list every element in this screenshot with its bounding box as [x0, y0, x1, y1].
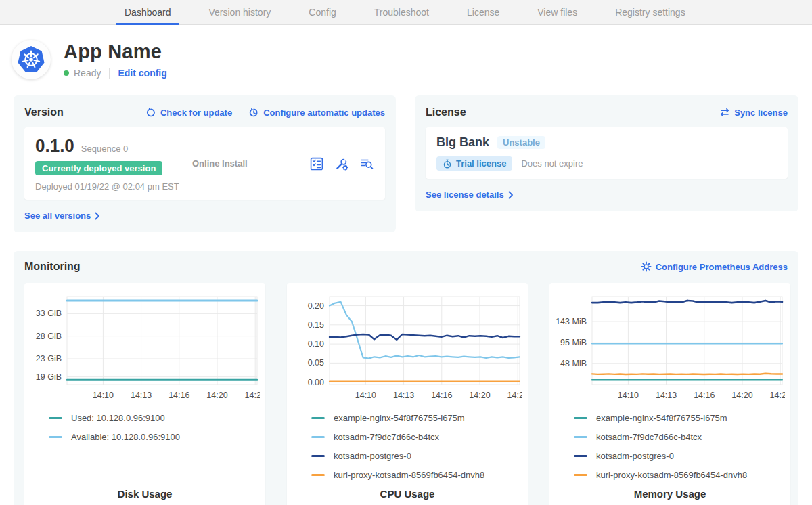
- see-license-details-link[interactable]: See license details: [426, 190, 514, 200]
- chevron-right-icon: [95, 212, 100, 220]
- refresh-icon: [145, 107, 156, 118]
- tab-registry-settings[interactable]: Registry settings: [607, 0, 693, 24]
- chart-card-disk-usage: 14:1014:1314:1614:2014:2319 GiB23 GiB28 …: [24, 283, 265, 505]
- divider: [109, 68, 110, 79]
- svg-text:14:16: 14:16: [431, 391, 452, 400]
- install-type-label: Online Install: [192, 158, 248, 169]
- license-card: License Sync license Big Bank Unstable: [415, 95, 798, 211]
- view-logs-button[interactable]: [359, 156, 374, 171]
- legend-item: kurl-proxy-kotsadm-8569fb6454-dnvh8: [574, 468, 785, 481]
- version-sequence: Sequence 0: [81, 144, 128, 154]
- legend-item: kotsadm-7f9dc7d66c-b4tcx: [574, 431, 785, 443]
- trial-license-badge: Trial license: [436, 156, 512, 171]
- monitoring-section: Monitoring Configure Prometheu: [14, 251, 798, 505]
- troubleshoot-button[interactable]: [334, 156, 349, 171]
- legend-label: kotsadm-postgres-0: [596, 451, 674, 461]
- logs-search-icon: [359, 156, 374, 171]
- legend-item: kotsadm-postgres-0: [311, 449, 522, 462]
- legend-label: example-nginx-54f8f76755-l675m: [334, 413, 465, 423]
- legend-label: example-nginx-54f8f76755-l675m: [596, 413, 727, 423]
- clock-refresh-icon: [248, 107, 259, 118]
- page-title: App Name: [64, 41, 167, 63]
- deployed-badge: Currently deployed version: [35, 161, 162, 175]
- chart-title: CPU Usage: [292, 488, 522, 502]
- legend-swatch: [574, 455, 587, 457]
- legend-label: kotsadm-7f9dc7d66c-b4tcx: [596, 432, 702, 442]
- svg-text:14:16: 14:16: [694, 391, 715, 400]
- legend-swatch: [574, 417, 587, 419]
- version-card-title: Version: [24, 106, 64, 118]
- svg-text:0.20: 0.20: [308, 301, 324, 311]
- nav-tabs: DashboardVersion historyConfigTroublesho…: [116, 0, 715, 24]
- configure-automatic-updates-link[interactable]: Configure automatic updates: [248, 107, 385, 118]
- tab-view-files[interactable]: View files: [529, 0, 585, 24]
- legend-label: kotsadm-postgres-0: [334, 451, 411, 461]
- chart-plot: 14:1014:1314:1614:2014:2319 GiB23 GiB28 …: [30, 290, 260, 406]
- license-expiry: Does not expire: [521, 158, 583, 169]
- svg-text:14:23: 14:23: [770, 391, 785, 400]
- legend-label: Used: 10.128.0.96:9100: [71, 413, 165, 423]
- configure-prometheus-link[interactable]: Configure Prometheus Address: [641, 261, 788, 272]
- chart-title: Memory Usage: [555, 488, 785, 502]
- legend-label: kurl-proxy-kotsadm-8569fb6454-dnvh8: [334, 470, 484, 480]
- svg-text:14:23: 14:23: [245, 391, 260, 400]
- license-assignee: Big Bank: [436, 135, 489, 150]
- svg-text:14:20: 14:20: [731, 391, 752, 400]
- svg-text:95 MiB: 95 MiB: [560, 338, 587, 347]
- svg-text:23 GiB: 23 GiB: [36, 354, 62, 364]
- legend-swatch: [574, 436, 587, 438]
- check-for-update-link[interactable]: Check for update: [145, 107, 232, 118]
- channel-badge: Unstable: [497, 136, 545, 149]
- svg-text:14:20: 14:20: [206, 391, 227, 400]
- ready-status-dot: [64, 70, 69, 76]
- chart-card-cpu-usage: 14:1014:1314:1614:2014:230.000.050.100.1…: [287, 283, 528, 505]
- top-nav: DashboardVersion historyConfigTroublesho…: [0, 0, 812, 25]
- svg-text:14:10: 14:10: [355, 391, 376, 400]
- see-all-versions-link[interactable]: See all versions: [24, 211, 100, 221]
- svg-text:0.05: 0.05: [308, 358, 324, 368]
- app-header: App Name Ready Edit config: [0, 25, 812, 95]
- chart-plot: 14:1014:1314:1614:2014:2348 MiB95 MiB143…: [555, 290, 785, 406]
- svg-text:0.00: 0.00: [308, 378, 324, 387]
- legend-label: kurl-proxy-kotsadm-8569fb6454-dnvh8: [596, 470, 747, 480]
- svg-text:33 GiB: 33 GiB: [36, 309, 62, 318]
- svg-text:14:10: 14:10: [618, 391, 639, 400]
- legend-swatch: [311, 455, 325, 457]
- version-card: Version Check for update: [14, 95, 396, 232]
- svg-text:48 MiB: 48 MiB: [560, 359, 587, 368]
- cards-row: Version Check for update: [0, 95, 812, 232]
- svg-text:14:10: 14:10: [93, 391, 114, 400]
- tab-version-history[interactable]: Version history: [201, 0, 279, 24]
- svg-text:14:20: 14:20: [469, 391, 490, 400]
- sync-license-link[interactable]: Sync license: [719, 107, 788, 118]
- svg-text:14:16: 14:16: [168, 391, 189, 400]
- legend-swatch: [49, 436, 62, 438]
- chart-legend: example-nginx-54f8f76755-l675mkotsadm-7f…: [574, 412, 785, 481]
- legend-item: example-nginx-54f8f76755-l675m: [311, 412, 522, 424]
- deployed-version-panel: 0.1.0 Sequence 0 Currently deployed vers…: [24, 127, 385, 200]
- preflight-checks-button[interactable]: [309, 156, 324, 171]
- monitoring-title: Monitoring: [24, 261, 81, 273]
- version-number: 0.1.0: [35, 135, 74, 156]
- tab-troubleshoot[interactable]: Troubleshoot: [366, 0, 437, 24]
- legend-swatch: [49, 417, 62, 419]
- legend-swatch: [311, 474, 325, 476]
- edit-config-link[interactable]: Edit config: [118, 68, 166, 79]
- deployed-timestamp: Deployed 01/19/22 @ 02:04 pm EST: [35, 181, 183, 192]
- svg-text:0.10: 0.10: [308, 339, 324, 349]
- legend-swatch: [311, 417, 325, 419]
- legend-item: Used: 10.128.0.96:9100: [49, 412, 260, 424]
- checklist-icon: [309, 156, 324, 171]
- wrench-gear-icon: [334, 156, 349, 171]
- stopwatch-icon: [443, 159, 452, 169]
- svg-text:28 GiB: 28 GiB: [36, 332, 62, 341]
- chart-plot: 14:1014:1314:1614:2014:230.000.050.100.1…: [292, 290, 522, 406]
- tab-license[interactable]: License: [459, 0, 508, 24]
- legend-label: Available: 10.128.0.96:9100: [71, 432, 180, 442]
- tab-config[interactable]: Config: [300, 0, 344, 24]
- legend-item: example-nginx-54f8f76755-l675m: [574, 412, 785, 424]
- svg-text:14:13: 14:13: [656, 391, 677, 400]
- chart-legend: Used: 10.128.0.96:9100Available: 10.128.…: [49, 412, 260, 443]
- tab-dashboard[interactable]: Dashboard: [116, 0, 179, 24]
- chart-title: Disk Usage: [30, 488, 260, 502]
